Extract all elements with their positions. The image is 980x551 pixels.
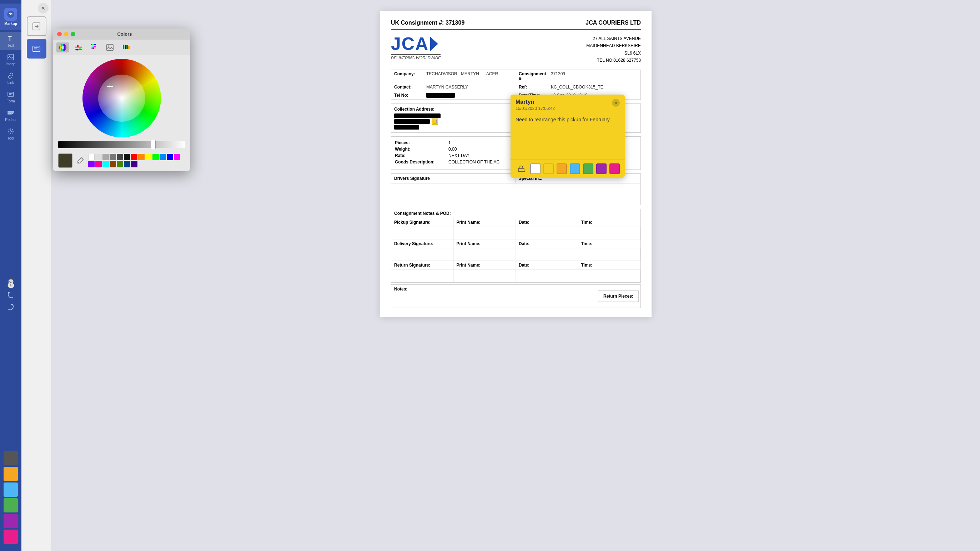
consignment-value: 371309 <box>551 71 565 81</box>
goods-value: COLLECTION OF THE AC <box>449 159 500 165</box>
mini-swatch-2[interactable] <box>95 154 102 160</box>
company-name: JCA COURIERS LTD <box>585 20 641 26</box>
swatch-green[interactable] <box>3 498 18 513</box>
close-panel-button[interactable]: ✕ <box>38 3 49 14</box>
panel2-tool-form[interactable] <box>27 39 46 59</box>
swatch-pink[interactable] <box>3 530 18 544</box>
color-wheel[interactable] <box>83 59 161 137</box>
colors-tab-grid[interactable] <box>88 43 101 52</box>
addr-bar-3 <box>394 125 419 130</box>
mini-swatch-17[interactable] <box>110 161 116 167</box>
sticky-color-blue[interactable] <box>570 164 580 174</box>
colors-tab-image[interactable] <box>103 43 116 52</box>
notes-content: Notes: <box>391 285 596 308</box>
sidebar-item-text[interactable]: T Text <box>0 32 21 50</box>
image-tool-label: Image <box>6 62 16 66</box>
app-logo <box>4 8 17 21</box>
sticky-close-button[interactable]: × <box>612 99 620 107</box>
colors-tab-crayons[interactable] <box>119 43 132 52</box>
mini-swatch-6[interactable] <box>124 154 130 160</box>
brightness-handle[interactable] <box>151 140 156 149</box>
address-line4: TEL NO:01628 627758 <box>586 57 641 64</box>
color-swatches <box>0 451 21 548</box>
contact-value: MARTYN CASSERLY <box>426 84 468 90</box>
swatch-dark-gray[interactable] <box>3 451 18 465</box>
rate-label: Rate: <box>395 153 441 158</box>
return-header-row: Return Signature: Print Name: Date: Time… <box>391 261 641 270</box>
sticky-color-white[interactable] <box>530 164 541 174</box>
mini-swatch-11[interactable] <box>159 154 166 160</box>
doc-logo-area: J C A DELIVERING WORLDWIDE 27 ALL SAINTS… <box>391 35 641 64</box>
mini-swatches <box>88 154 185 167</box>
delivery-header-row: Delivery Signature: Print Name: Date: Ti… <box>391 240 641 248</box>
weight-label: Weight: <box>395 147 441 152</box>
swatch-purple[interactable] <box>3 514 18 528</box>
mini-swatch-15[interactable] <box>95 161 102 167</box>
company-value2: ACER <box>486 71 498 81</box>
mini-swatch-16[interactable] <box>102 161 109 167</box>
svg-rect-26 <box>92 44 94 45</box>
note-anchor-marker[interactable] <box>432 119 438 125</box>
pickup-header-row: Pickup Signature: Print Name: Date: Time… <box>391 218 641 227</box>
sticky-color-yellow[interactable] <box>543 164 554 174</box>
undo-button[interactable] <box>7 291 14 300</box>
ref-value: KC_COLL_CBOOK315_TE <box>551 84 603 90</box>
color-wheel-container[interactable] <box>53 55 190 141</box>
sticky-footer <box>511 159 625 178</box>
sidebar-item-form[interactable]: Form <box>0 87 21 106</box>
sticky-note: Martyn 15/01/2020 17:06:42 × Need to rea… <box>511 95 625 178</box>
mini-swatch-13[interactable] <box>174 154 180 160</box>
mini-swatch-19[interactable] <box>124 161 130 167</box>
colors-tab-sliders[interactable] <box>72 43 85 52</box>
mini-swatch-12[interactable] <box>167 154 173 160</box>
mini-swatch-3[interactable] <box>102 154 109 160</box>
delivery-name-label: Print Name: <box>454 240 516 248</box>
sticky-body: Need to rearrange this pickup for Februa… <box>511 113 625 159</box>
mini-swatch-7[interactable] <box>131 154 137 160</box>
pickup-name-label: Print Name: <box>454 218 516 227</box>
mini-swatch-4[interactable] <box>110 154 116 160</box>
sidebar-item-redact[interactable]: Redact <box>0 106 21 125</box>
sticky-color-pink[interactable] <box>609 164 620 174</box>
logo-subtitle: DELIVERING WORLDWIDE <box>391 54 441 60</box>
colors-tab-wheel[interactable] <box>56 43 69 52</box>
drivers-sig-label: Drivers Signature <box>391 174 516 183</box>
delivery-date-label: Date: <box>516 240 578 248</box>
pod-title: Consignment Notes & POD: <box>391 209 641 218</box>
mini-swatch-8[interactable] <box>138 154 145 160</box>
text-icon: T <box>7 35 14 43</box>
mini-swatch-9[interactable] <box>145 154 152 160</box>
return-pieces-button[interactable]: Return Pieces: <box>598 291 639 302</box>
sticky-stamp-icon[interactable] <box>515 163 527 175</box>
svg-point-1 <box>10 14 11 15</box>
panel2-tool-export[interactable] <box>27 16 46 36</box>
sticky-color-green[interactable] <box>583 164 593 174</box>
eyedropper-icon[interactable] <box>75 156 85 165</box>
redo-button[interactable] <box>7 303 14 313</box>
sidebar-header: Markup <box>0 3 21 30</box>
mini-swatch-10[interactable] <box>153 154 159 160</box>
tel-label: Tel No: <box>394 93 426 98</box>
sticky-color-purple[interactable] <box>596 164 606 174</box>
sticky-timestamp: 15/01/2020 17:06:42 <box>515 106 555 111</box>
sticky-text: Need to rearrange this pickup for Februa… <box>515 116 620 124</box>
svg-rect-27 <box>94 44 96 45</box>
sidebar-item-tool[interactable]: Tool <box>0 125 21 143</box>
colors-tabs <box>53 40 190 55</box>
mini-swatch-5[interactable] <box>117 154 123 160</box>
brightness-slider[interactable] <box>58 141 185 148</box>
mini-swatch-20[interactable] <box>131 161 137 167</box>
sidebar-item-image[interactable]: Image <box>0 50 21 69</box>
redact-tool-label: Redact <box>5 118 16 122</box>
svg-rect-5 <box>8 92 14 96</box>
svg-point-35 <box>108 45 109 47</box>
swatch-blue[interactable] <box>3 483 18 497</box>
mini-swatch-14[interactable] <box>88 161 95 167</box>
sticky-color-orange[interactable] <box>557 164 567 174</box>
close-traffic-light[interactable] <box>57 32 62 37</box>
sidebar-item-link[interactable]: Link <box>0 69 21 87</box>
mini-swatch-18[interactable] <box>117 161 123 167</box>
swatch-orange[interactable] <box>3 467 18 481</box>
color-crosshair[interactable] <box>107 84 113 89</box>
mini-swatch-1[interactable] <box>88 154 95 160</box>
